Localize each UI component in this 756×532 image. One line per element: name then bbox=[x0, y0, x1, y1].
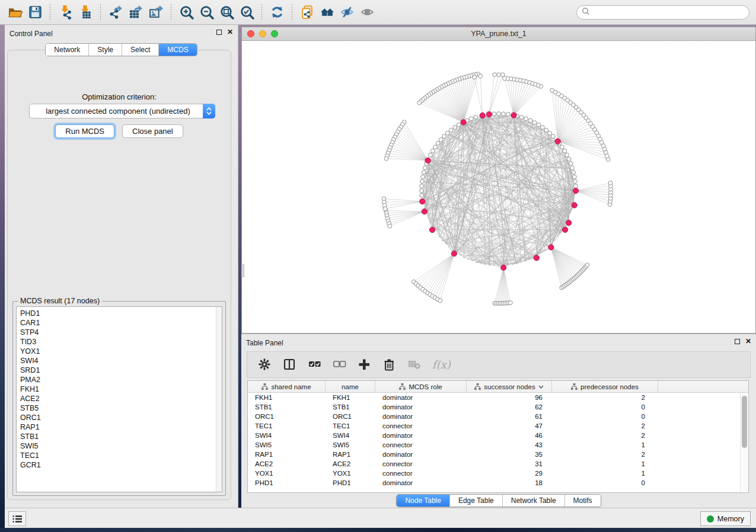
close-panel-button[interactable]: Close panel bbox=[122, 124, 183, 138]
table-scrollbar[interactable] bbox=[740, 393, 748, 492]
table-row[interactable]: TEC1TEC1connector472 bbox=[248, 421, 748, 431]
cell-shared-name[interactable]: SWI4 bbox=[248, 431, 326, 440]
cell-shared-name[interactable]: STB1 bbox=[248, 402, 326, 412]
minimize-window-icon[interactable] bbox=[259, 30, 266, 37]
cell-name[interactable]: FKH1 bbox=[326, 393, 375, 402]
mcds-result-item[interactable]: FKH1 bbox=[20, 384, 222, 394]
cell-MCDS-role[interactable]: connector bbox=[375, 459, 467, 469]
column-header-MCDS-role[interactable]: MCDS role bbox=[375, 381, 467, 392]
cell-MCDS-role[interactable]: dominator bbox=[375, 450, 467, 459]
column-header-name[interactable]: name bbox=[326, 381, 375, 392]
mcds-result-item[interactable]: STB5 bbox=[20, 403, 222, 413]
mcds-result-item[interactable]: RAP1 bbox=[20, 422, 222, 432]
table-row[interactable]: PHD1PHD1dominator180 bbox=[248, 478, 748, 488]
tab-mcds[interactable]: MCDS bbox=[159, 44, 196, 56]
close-table-panel-icon[interactable]: ✕ bbox=[745, 339, 751, 344]
cell-MCDS-role[interactable]: dominator bbox=[375, 402, 467, 412]
mcds-hub-node[interactable] bbox=[555, 139, 560, 144]
table-row[interactable]: STB1STB1dominator620 bbox=[248, 402, 748, 412]
import-table-button[interactable] bbox=[75, 2, 95, 23]
cell-successor-nodes[interactable]: 61 bbox=[467, 412, 552, 421]
cell-name[interactable]: RAP1 bbox=[326, 450, 375, 459]
cell-predecessor-nodes[interactable]: 1 bbox=[552, 459, 658, 469]
table-tab-network-table[interactable]: Network Table bbox=[503, 495, 565, 507]
save-session-button[interactable] bbox=[25, 2, 45, 23]
cell-MCDS-role[interactable]: dominator bbox=[375, 478, 467, 488]
mcds-result-item[interactable]: ACE2 bbox=[20, 394, 222, 403]
network-graph[interactable] bbox=[242, 41, 755, 333]
cell-shared-name[interactable]: TEC1 bbox=[248, 421, 326, 431]
table-tab-motifs[interactable]: Motifs bbox=[565, 495, 601, 507]
cell-MCDS-role[interactable]: connector bbox=[375, 421, 467, 431]
cell-predecessor-nodes[interactable]: 0 bbox=[552, 478, 658, 488]
cell-shared-name[interactable]: PHD1 bbox=[248, 478, 326, 488]
mcds-result-item[interactable]: TID3 bbox=[20, 337, 222, 347]
mcds-hub-node[interactable] bbox=[534, 255, 539, 261]
table-row[interactable]: FKH1FKH1dominator962 bbox=[248, 393, 748, 402]
table-row[interactable]: SWI5SWI5connector431 bbox=[248, 440, 748, 450]
mcds-hub-node[interactable] bbox=[511, 113, 516, 118]
first-neighbors-button[interactable] bbox=[317, 2, 337, 23]
cell-successor-nodes[interactable]: 47 bbox=[467, 421, 552, 431]
cell-shared-name[interactable]: SWI5 bbox=[248, 440, 326, 450]
cell-name[interactable]: PHD1 bbox=[326, 478, 375, 488]
mcds-result-item[interactable]: PHD1 bbox=[20, 309, 222, 318]
mcds-hub-node[interactable] bbox=[425, 158, 430, 163]
mcds-hub-node[interactable] bbox=[429, 227, 435, 232]
float-panel-icon[interactable] bbox=[216, 30, 222, 35]
cell-name[interactable]: ORC1 bbox=[326, 412, 375, 421]
export-network-button[interactable] bbox=[106, 2, 126, 23]
criterion-dropdown[interactable]: largest connected component (undirected) bbox=[29, 104, 215, 118]
new-network-from-selection-button[interactable] bbox=[297, 2, 317, 23]
maximize-window-icon[interactable] bbox=[271, 30, 278, 37]
mcds-hub-node[interactable] bbox=[480, 113, 485, 118]
cell-predecessor-nodes[interactable]: 1 bbox=[552, 440, 658, 450]
mcds-hub-node[interactable] bbox=[566, 220, 572, 226]
cell-successor-nodes[interactable]: 29 bbox=[467, 469, 552, 478]
table-row[interactable]: ACE2ACE2connector311 bbox=[248, 459, 748, 469]
cell-MCDS-role[interactable]: connector bbox=[375, 440, 467, 450]
delete-column-button[interactable] bbox=[382, 358, 396, 371]
search-box[interactable] bbox=[576, 5, 749, 20]
table-scrollbar-thumb[interactable] bbox=[742, 396, 747, 448]
cell-predecessor-nodes[interactable]: 1 bbox=[552, 469, 658, 478]
memory-button[interactable]: Memory bbox=[700, 511, 751, 526]
cell-shared-name[interactable]: ORC1 bbox=[248, 412, 326, 421]
cell-name[interactable]: STB1 bbox=[326, 402, 375, 412]
mcds-list-scrollbar[interactable] bbox=[216, 307, 222, 492]
cell-successor-nodes[interactable]: 31 bbox=[467, 459, 552, 469]
import-network-button[interactable] bbox=[55, 2, 75, 23]
network-window-titlebar[interactable]: YPA_prune.txt_1 bbox=[242, 27, 755, 41]
tab-network[interactable]: Network bbox=[46, 44, 89, 56]
export-table-button[interactable] bbox=[126, 2, 146, 23]
table-mode-gear-button[interactable] bbox=[258, 358, 272, 371]
cell-predecessor-nodes[interactable]: 2 bbox=[552, 393, 658, 402]
mcds-hub-node[interactable] bbox=[548, 245, 554, 250]
float-table-panel-icon[interactable] bbox=[735, 339, 740, 344]
show-columns-button[interactable] bbox=[283, 358, 296, 371]
show-all-button[interactable] bbox=[358, 2, 378, 23]
zoom-out-button[interactable] bbox=[196, 2, 216, 23]
cell-predecessor-nodes[interactable]: 0 bbox=[552, 412, 658, 421]
column-header-shared-name[interactable]: shared name bbox=[248, 381, 326, 392]
panel-splitter-handle[interactable] bbox=[241, 264, 244, 277]
cell-successor-nodes[interactable]: 43 bbox=[467, 440, 552, 450]
cell-name[interactable]: TEC1 bbox=[326, 421, 375, 431]
column-header-predecessor-nodes[interactable]: predecessor nodes bbox=[552, 381, 658, 392]
cell-name[interactable]: SWI4 bbox=[326, 431, 375, 440]
cell-predecessor-nodes[interactable]: 2 bbox=[552, 450, 658, 459]
tab-select[interactable]: Select bbox=[122, 44, 159, 56]
mcds-result-item[interactable]: SWI5 bbox=[20, 441, 222, 451]
add-column-button[interactable] bbox=[358, 358, 371, 371]
mcds-hub-node[interactable] bbox=[563, 227, 568, 232]
table-row[interactable]: RAP1RAP1dominator352 bbox=[248, 450, 748, 459]
cell-predecessor-nodes[interactable]: 2 bbox=[552, 431, 658, 440]
cell-shared-name[interactable]: YOX1 bbox=[248, 469, 326, 478]
table-tab-node-table[interactable]: Node Table bbox=[397, 495, 450, 507]
deselect-all-button[interactable] bbox=[333, 358, 346, 371]
run-mcds-button[interactable]: Run MCDS bbox=[55, 124, 114, 138]
cell-MCDS-role[interactable]: dominator bbox=[375, 412, 467, 421]
mcds-hub-node[interactable] bbox=[451, 251, 457, 257]
cell-successor-nodes[interactable]: 18 bbox=[467, 478, 552, 488]
cell-successor-nodes[interactable]: 46 bbox=[467, 431, 552, 440]
